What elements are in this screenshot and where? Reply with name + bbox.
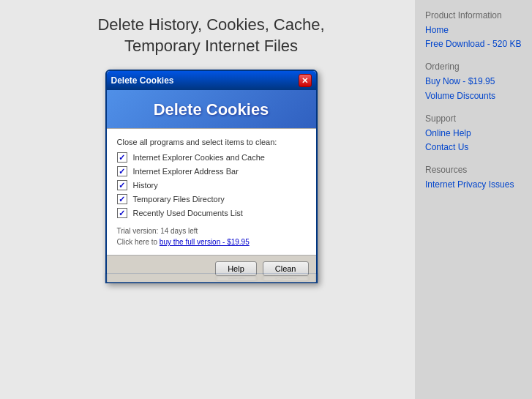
sidebar-link-volume-discounts[interactable]: Volume Discounts: [425, 89, 522, 103]
sidebar-link-contact-us[interactable]: Contact Us: [425, 141, 522, 154]
sidebar-section-resources: Resources Internet Privacy Issues: [425, 165, 522, 192]
sidebar-link-privacy-issues[interactable]: Internet Privacy Issues: [425, 178, 522, 192]
sidebar-link-buy-now[interactable]: Buy Now - $19.95: [425, 75, 522, 89]
checkbox-3[interactable]: [117, 180, 127, 190]
dialog-instruction: Close all programs and select items to c…: [117, 138, 306, 146]
checkbox-2[interactable]: [117, 166, 127, 176]
sidebar-section-support: Support Online Help Contact Us: [425, 113, 522, 154]
sidebar-section-title-support: Support: [425, 113, 522, 124]
page-title: Delete History, Cookies, Cache, Temporar…: [22, 15, 400, 56]
checkbox-4[interactable]: [117, 194, 127, 204]
checkbox-1[interactable]: [117, 152, 127, 163]
sidebar-link-home[interactable]: Home: [425, 23, 522, 37]
dialog-titlebar-text: Delete Cookies: [111, 75, 174, 86]
sidebar-section-title-resources: Resources: [425, 165, 522, 175]
dialog-header-area: Delete Cookies: [107, 90, 316, 128]
checkbox-item-1[interactable]: Internet Explorer Cookies and Cache: [117, 152, 306, 163]
dialog-header-title: Delete Cookies: [119, 100, 304, 119]
checkbox-item-3[interactable]: History: [117, 180, 306, 190]
trial-text: Trial version: 14 days left Click here t…: [117, 225, 306, 247]
main-content: Delete History, Cookies, Cache, Temporar…: [0, 0, 415, 399]
sidebar-section-title-ordering: Ordering: [425, 61, 522, 72]
sidebar-section-title-product: Product Information: [425, 10, 522, 20]
dialog-window: Delete Cookies ✕ Delete Cookies Close al…: [105, 70, 318, 283]
dialog-reflection: Help Clean: [105, 274, 318, 284]
dialog-inner: Close all programs and select items to c…: [107, 128, 316, 255]
sidebar-link-free-download[interactable]: Free Download - 520 KB: [425, 37, 522, 51]
window-container: Delete Cookies ✕ Delete Cookies Close al…: [22, 70, 400, 312]
checkbox-item-4[interactable]: Temporary Files Directory: [117, 194, 306, 204]
sidebar: Product Information Home Free Download -…: [415, 0, 532, 399]
sidebar-link-online-help[interactable]: Online Help: [425, 127, 522, 141]
buy-full-version-link[interactable]: buy the full version - $19.95: [160, 238, 250, 246]
checkbox-item-5[interactable]: Recently Used Documents List: [117, 208, 306, 218]
sidebar-section-ordering: Ordering Buy Now - $19.95 Volume Discoun…: [425, 61, 522, 102]
sidebar-section-product-info: Product Information Home Free Download -…: [425, 10, 522, 51]
close-button[interactable]: ✕: [299, 74, 312, 87]
dialog-titlebar: Delete Cookies ✕: [107, 71, 316, 90]
checkbox-item-2[interactable]: Internet Explorer Address Bar: [117, 166, 306, 176]
checkbox-5[interactable]: [117, 208, 127, 218]
